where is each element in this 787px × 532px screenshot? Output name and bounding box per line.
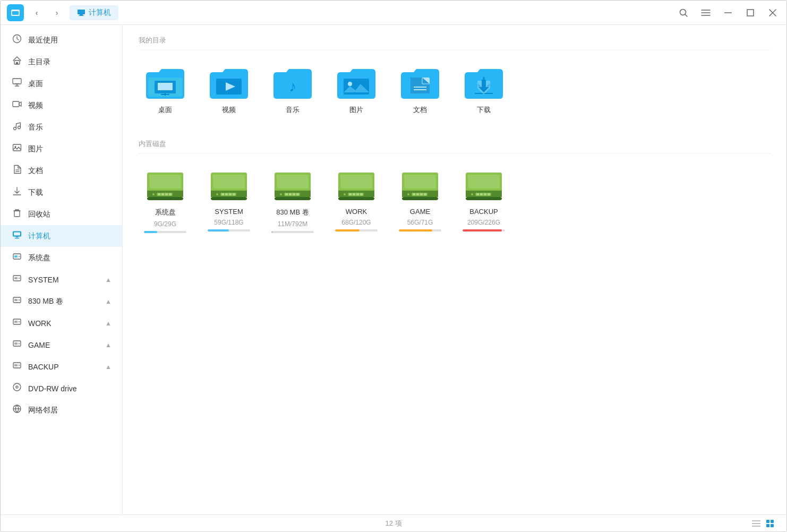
disk-label-4: GAME (410, 208, 430, 216)
disk-bar-container-2 (271, 231, 314, 233)
830mb-icon (11, 295, 23, 307)
svg-point-101 (280, 193, 282, 195)
system-eject[interactable]: ▲ (105, 276, 112, 284)
svg-point-37 (19, 256, 20, 258)
titlebar-left: ‹ › 计算机 (7, 4, 118, 21)
folder-item-pictures[interactable]: 图片 (330, 59, 383, 120)
video-folder-label: 视频 (222, 105, 236, 115)
svg-rect-93 (229, 193, 232, 195)
svg-rect-128 (416, 193, 419, 195)
svg-rect-131 (402, 197, 438, 200)
list-view-button[interactable] (750, 518, 762, 529)
folder-item-music[interactable]: ♪ 音乐 (266, 59, 319, 120)
sidebar-item-computer[interactable]: 计算机 (1, 225, 122, 247)
folder-item-video[interactable]: 视频 (202, 59, 255, 120)
network-icon (11, 404, 23, 416)
svg-rect-45 (14, 321, 18, 323)
sidebar-item-home[interactable]: 主目录 (1, 51, 122, 73)
sidebar-label-recent: 最近使用 (28, 36, 58, 45)
folder-item-desktop[interactable]: 桌面 (139, 59, 192, 120)
svg-rect-130 (424, 193, 426, 195)
sidebar-item-830mb[interactable]: 830 MB 卷 ▲ (1, 290, 122, 312)
sidebar-item-network[interactable]: 网络邻居 (1, 399, 122, 421)
svg-rect-104 (289, 193, 292, 195)
sidebar-label-documents: 文档 (28, 166, 43, 176)
svg-rect-51 (14, 364, 18, 366)
disk-item-4[interactable]: GAME 56G/71G (393, 163, 447, 238)
sysdisk-icon (11, 252, 23, 264)
search-icon (679, 8, 688, 18)
disk-icon-3 (335, 168, 378, 204)
close-button[interactable] (765, 5, 780, 20)
back-button[interactable]: ‹ (29, 5, 44, 20)
sidebar-item-desktop[interactable]: 桌面 (1, 73, 122, 95)
svg-rect-105 (293, 193, 295, 195)
folder-item-downloads[interactable]: 下载 (457, 59, 510, 120)
desktop-folder-label: 桌面 (158, 105, 172, 115)
sidebar-label-dvd: DVD-RW drive (28, 384, 77, 393)
menu-button[interactable] (698, 5, 713, 20)
sidebar-item-backup[interactable]: BACKUP ▲ (1, 356, 122, 377)
disk-icon-5 (463, 168, 505, 204)
sidebar-item-video[interactable]: 视频 (1, 95, 122, 116)
disk-item-0[interactable]: 系统盘 9G/29G (139, 163, 192, 238)
disk-usage-1: 59G/118G (214, 219, 243, 226)
svg-rect-107 (275, 197, 311, 200)
svg-rect-119 (338, 197, 374, 200)
game-eject[interactable]: ▲ (105, 341, 112, 349)
svg-line-6 (686, 14, 688, 16)
backup-eject[interactable]: ▲ (105, 363, 112, 371)
minimize-button[interactable] (721, 5, 735, 20)
sidebar-item-trash[interactable]: 回收站 (1, 203, 122, 225)
forward-button[interactable]: › (49, 5, 64, 20)
disk-bar-3 (335, 229, 360, 231)
disk-bar-container-1 (208, 229, 250, 231)
disk-item-3[interactable]: WORK 68G/120G (330, 163, 383, 238)
pictures-folder-label: 图片 (349, 105, 363, 115)
sidebar-label-downloads: 下载 (28, 188, 43, 198)
computer-icon (77, 8, 85, 17)
sidebar-item-pictures[interactable]: 图片 (1, 138, 122, 160)
sidebar-label-work: WORK (28, 319, 52, 328)
desktop-folder-icon (144, 65, 186, 101)
svg-rect-95 (211, 197, 247, 200)
sidebar-item-recent[interactable]: 最近使用 (1, 29, 122, 51)
830mb-eject[interactable]: ▲ (105, 298, 112, 305)
maximize-button[interactable] (743, 5, 758, 20)
svg-rect-134 (468, 175, 500, 188)
disk-bar-0 (144, 231, 157, 233)
sidebar-item-downloads[interactable]: 下载 (1, 182, 122, 203)
recent-icon (11, 34, 23, 46)
disk-item-5[interactable]: BACKUP 209G/226G (457, 163, 510, 238)
sidebar-item-documents[interactable]: 文档 (1, 160, 122, 182)
location-tab[interactable]: 计算机 (70, 5, 118, 20)
work-eject[interactable]: ▲ (105, 320, 112, 327)
sidebar-item-work[interactable]: WORK ▲ (1, 312, 122, 334)
svg-rect-143 (466, 197, 502, 200)
svg-rect-115 (349, 193, 352, 195)
sidebar-item-music[interactable]: 音乐 (1, 116, 122, 138)
disk-item-1[interactable]: SYSTEM 59G/118G (202, 163, 255, 238)
sidebar-item-sysdisk[interactable]: 系统盘 (1, 247, 122, 269)
search-button[interactable] (676, 5, 691, 20)
sidebar: 最近使用 主目录 桌面 视频 (1, 25, 123, 514)
sidebar-label-pictures: 图片 (28, 144, 43, 154)
disk-bar-container-4 (399, 229, 441, 231)
svg-point-40 (19, 278, 20, 279)
statusbar: 12 项 (1, 514, 786, 531)
svg-point-53 (13, 383, 21, 391)
svg-point-125 (407, 193, 409, 195)
grid-view-button[interactable] (764, 518, 776, 529)
sidebar-label-backup: BACKUP (28, 363, 59, 371)
built-in-disks-title: 内置磁盘 (139, 139, 771, 153)
location-label: 计算机 (89, 8, 111, 18)
disk-icon-0 (144, 168, 186, 204)
sidebar-item-system[interactable]: SYSTEM ▲ (1, 269, 122, 290)
sidebar-item-dvd[interactable]: DVD-RW drive (1, 377, 122, 399)
disk-item-2[interactable]: 830 MB 卷 11M/792M (266, 163, 319, 238)
disk-label-5: BACKUP (469, 208, 498, 216)
svg-rect-106 (296, 193, 299, 195)
folder-item-documents[interactable]: 文档 (393, 59, 447, 120)
disk-usage-2: 11M/792M (278, 220, 308, 228)
sidebar-item-game[interactable]: GAME ▲ (1, 334, 122, 356)
